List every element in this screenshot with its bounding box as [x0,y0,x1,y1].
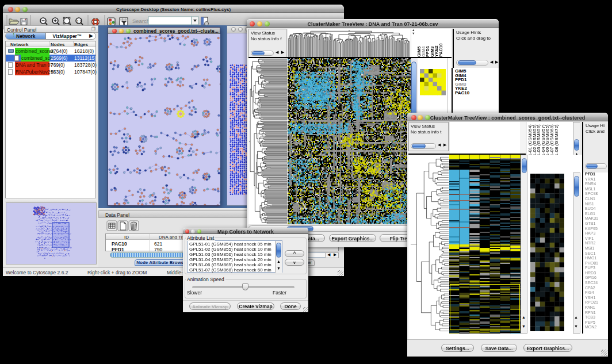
svg-text:1:1: 1:1 [77,20,82,23]
